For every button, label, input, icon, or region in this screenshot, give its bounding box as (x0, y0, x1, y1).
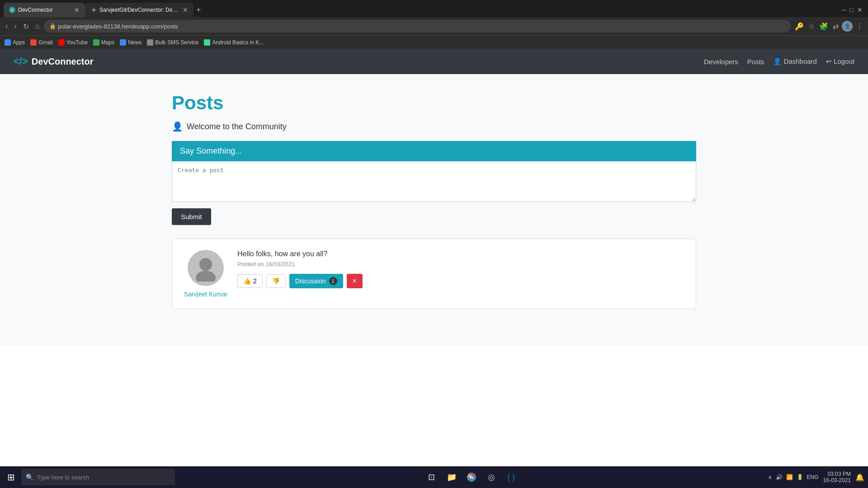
app-navbar: </> DevConnector Developers Posts 👤 Dash… (0, 49, 868, 74)
vscode-icon[interactable]: { } (502, 468, 520, 486)
post-body: Hello folks, how are you all? Posted on … (237, 250, 685, 298)
bookmark-maps[interactable]: Maps (93, 39, 114, 46)
tab-title: DevConnector (18, 7, 71, 13)
forward-button[interactable]: › (12, 20, 18, 32)
battery-icon[interactable]: 🔋 (797, 474, 803, 480)
tab-title-2: SarvjeetGit/DevConnector: DevC... (99, 7, 180, 13)
news-icon (120, 39, 126, 46)
taskbar-left: ⊞ 🔍 Type here to search (4, 469, 175, 485)
dislike-button[interactable]: 👎 (266, 274, 286, 288)
bookmark-label: Bulk SMS Service (155, 39, 198, 46)
youtube-icon (58, 39, 65, 46)
android-icon (204, 39, 210, 46)
volume-icon[interactable]: 🔊 (776, 474, 783, 480)
like-count: 2 (253, 277, 257, 285)
chrome-icon[interactable] (462, 468, 481, 486)
extensions-icon[interactable]: 🧩 (818, 21, 830, 32)
tab-bar: ⚡ DevConnector ✕ ⚙ SarvjeetGit/DevConnec… (0, 0, 868, 17)
systray: ∧ 🔊 📶 🔋 ENG (768, 474, 819, 480)
taskbar-center: ⊡ 📁 ◎ { } (423, 468, 520, 486)
media-icon[interactable]: ◎ (482, 468, 500, 486)
bookmark-gmail[interactable]: Gmail (30, 39, 52, 46)
submit-button[interactable]: Submit (172, 208, 211, 225)
close-button[interactable]: ✕ (855, 5, 864, 15)
avatar-section: Sarvjeet Kumar (183, 250, 228, 298)
menu-icon[interactable]: ⋮ (854, 21, 864, 32)
home-button[interactable]: ⌂ (33, 20, 42, 32)
maximize-button[interactable]: □ (848, 5, 855, 15)
gmail-icon (30, 39, 37, 46)
post-card: Sarvjeet Kumar Hello folks, how are you … (172, 239, 696, 309)
bookmark-apps[interactable]: Apps (5, 39, 25, 46)
minimize-button[interactable]: ─ (840, 5, 848, 15)
tab-github[interactable]: ⚙ SarvjeetGit/DevConnector: DevC... ✕ (85, 3, 193, 17)
brand-name: DevConnector (32, 56, 94, 67)
brand[interactable]: </> DevConnector (14, 56, 94, 67)
main-content: Posts 👤 Welcome to the Community Say Som… (0, 74, 868, 345)
avatar (188, 250, 224, 286)
brand-icon: </> (14, 56, 28, 67)
bookmark-label: Gmail (38, 39, 52, 46)
svg-point-0 (199, 258, 212, 271)
post-date: Posted on 16/03/2021 (237, 261, 685, 267)
svg-point-1 (196, 271, 216, 282)
star-icon[interactable]: ☆ (807, 21, 816, 32)
notification-icon[interactable]: 🔔 (855, 473, 864, 482)
post-actions: 👍 2 👎 Discussion 1 × (237, 274, 685, 288)
tab-devconnector[interactable]: ⚡ DevConnector ✕ (4, 3, 85, 17)
search-placeholder: Type here to search (37, 474, 89, 481)
welcome-person-icon: 👤 (172, 121, 183, 132)
like-button[interactable]: 👍 2 (237, 274, 263, 288)
back-button[interactable]: ‹ (4, 20, 9, 32)
bookmark-sms[interactable]: Bulk SMS Service (147, 39, 198, 46)
task-view-button[interactable]: ⊡ (423, 468, 441, 486)
key-icon[interactable]: 🔑 (793, 21, 805, 32)
file-explorer-icon[interactable]: 📁 (443, 468, 461, 486)
delete-icon: × (353, 277, 357, 285)
url-input[interactable]: 🔒 polar-everglades-82138.herokuapp.com/p… (44, 20, 791, 33)
welcome-text: 👤 Welcome to the Community (172, 121, 696, 132)
nav-developers[interactable]: Developers (704, 58, 738, 66)
browser-action-buttons: 🔑 ☆ 🧩 ⇄ 👤 ⋮ (793, 21, 864, 32)
reload-button[interactable]: ↻ (21, 20, 31, 33)
author-link[interactable]: Sarvjeet Kumar (184, 291, 227, 298)
page-title: Posts (172, 92, 696, 114)
hidden-icons[interactable]: ∧ (768, 474, 772, 480)
nav-posts[interactable]: Posts (747, 58, 764, 66)
discussion-button[interactable]: Discussion 1 (289, 274, 343, 288)
browser-chrome: ⚡ DevConnector ✕ ⚙ SarvjeetGit/DevConnec… (0, 0, 868, 49)
sync-icon[interactable]: ⇄ (831, 21, 840, 32)
post-text: Hello folks, how are you all? (237, 250, 685, 258)
say-something-header: Say Something... (172, 141, 696, 161)
profile-icon[interactable]: 👤 (842, 21, 853, 32)
bookmark-youtube[interactable]: YouTube (58, 39, 88, 46)
bookmark-news[interactable]: News (120, 39, 142, 46)
start-button[interactable]: ⊞ (4, 470, 19, 484)
search-icon: 🔍 (26, 474, 33, 481)
nav-dashboard[interactable]: 👤 Dashboard (773, 57, 817, 66)
tab-favicon: ⚡ (9, 7, 15, 13)
bookmark-label: Apps (13, 39, 25, 46)
taskbar: ⊞ 🔍 Type here to search ⊡ 📁 ◎ { } ∧ 🔊 📶 … (0, 466, 868, 488)
bookmarks-bar: Apps Gmail YouTube Maps News Bulk SMS Se… (0, 35, 868, 49)
nav-logout[interactable]: ↩ Logout (826, 57, 854, 66)
post-textarea[interactable] (172, 161, 696, 202)
lock-icon: 🔒 (49, 23, 56, 29)
apps-icon (5, 39, 11, 46)
avatar-svg (192, 254, 219, 282)
new-tab-button[interactable]: + (196, 5, 201, 15)
welcome-message: Welcome to the Community (187, 122, 287, 131)
discussion-count: 1 (329, 277, 337, 285)
taskbar-search[interactable]: 🔍 Type here to search (21, 469, 175, 485)
taskbar-right: ∧ 🔊 📶 🔋 ENG 03:03 PM 16-03-2021 🔔 (768, 471, 864, 483)
thumbs-up-icon: 👍 (243, 277, 251, 285)
time-block[interactable]: 03:03 PM 16-03-2021 (823, 471, 851, 483)
nav-links: Developers Posts 👤 Dashboard ↩ Logout (704, 57, 854, 66)
maps-icon (93, 39, 99, 46)
network-icon[interactable]: 📶 (786, 474, 793, 480)
lang-label: ENG (807, 474, 819, 480)
delete-button[interactable]: × (347, 274, 363, 288)
tab-close-btn-2[interactable]: ✕ (183, 6, 188, 14)
tab-close-btn[interactable]: ✕ (74, 6, 80, 14)
bookmark-android[interactable]: Android Basics in K... (204, 39, 264, 46)
